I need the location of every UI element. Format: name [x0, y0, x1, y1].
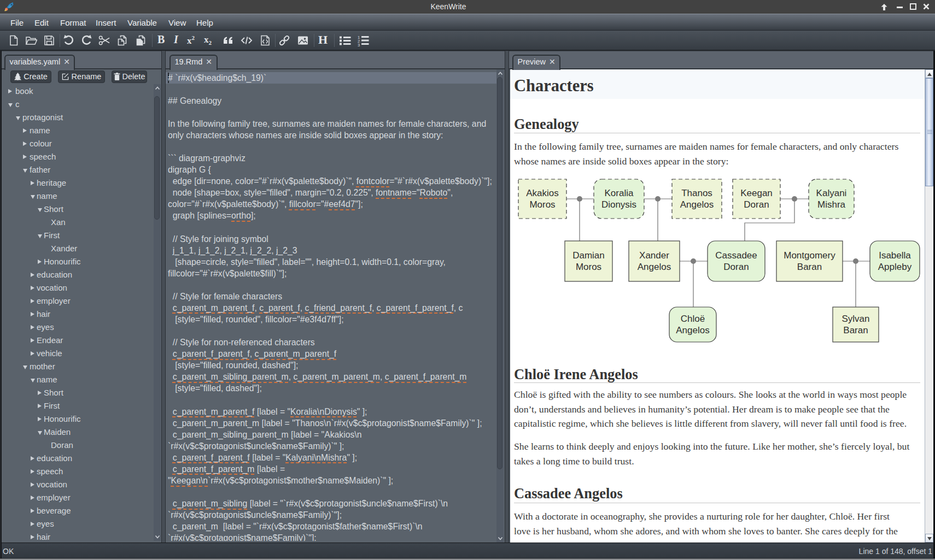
svg-text:Sylvan: Sylvan — [842, 314, 869, 324]
svg-text:Chloë: Chloë — [681, 314, 705, 324]
svg-text:Doran: Doran — [744, 199, 769, 210]
svg-text:Angelos: Angelos — [638, 262, 671, 272]
svg-text:Baran: Baran — [797, 262, 822, 272]
svg-text:3: 3 — [358, 43, 360, 47]
svg-text:Koralia: Koralia — [605, 188, 634, 198]
svg-text:Moros: Moros — [529, 199, 555, 210]
svg-text:Appleby: Appleby — [878, 262, 912, 272]
svg-text:Angelos: Angelos — [680, 199, 714, 210]
svg-text:Kalyani: Kalyani — [816, 188, 847, 198]
svg-text:Akakios: Akakios — [526, 188, 559, 198]
svg-text:Xander: Xander — [639, 250, 669, 261]
svg-text:Cassadee: Cassadee — [715, 250, 757, 261]
svg-text:Keegan: Keegan — [740, 188, 773, 198]
svg-text:Isabella: Isabella — [879, 250, 911, 261]
svg-text:Mishra: Mishra — [817, 199, 846, 210]
svg-text:Damian: Damian — [572, 250, 605, 261]
svg-text:Doran: Doran — [723, 262, 749, 272]
svg-text:Dionysis: Dionysis — [601, 199, 636, 210]
svg-text:Thanos: Thanos — [681, 188, 712, 198]
svg-text:Angelos: Angelos — [676, 325, 709, 335]
svg-text:Montgomery: Montgomery — [784, 250, 835, 261]
svg-text:Moros: Moros — [576, 262, 601, 272]
svg-text:Baran: Baran — [843, 325, 868, 335]
